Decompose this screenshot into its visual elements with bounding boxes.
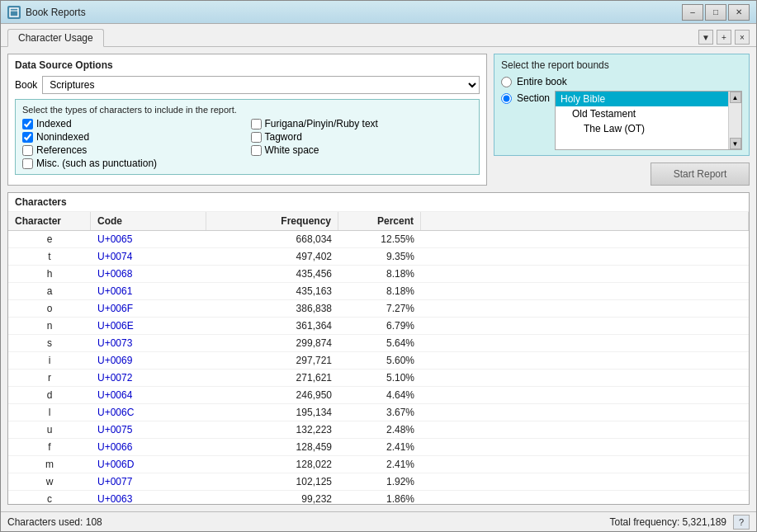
tree-item-the-law[interactable]: The Law (OT): [556, 121, 728, 136]
table-row: o U+006F 386,838 7.27%: [8, 300, 749, 318]
cell-pct: 1.86%: [338, 491, 421, 504]
characters-title: Characters: [8, 193, 749, 212]
cell-pct: 2.41%: [338, 456, 421, 473]
checkbox-indexed: Indexed: [22, 118, 244, 129]
cell-pct: 5.60%: [338, 352, 421, 369]
tab-close-button[interactable]: ×: [735, 30, 750, 45]
cell-pct: 1.92%: [338, 473, 421, 490]
cell-freq: 297,721: [206, 352, 338, 369]
cell-char: o: [8, 300, 91, 317]
cell-char: u: [8, 421, 91, 438]
cell-char: r: [8, 370, 91, 386]
entire-book-label: Entire book: [517, 76, 567, 87]
entire-book-radio[interactable]: [501, 77, 512, 87]
table-row: c U+0063 99,232 1.86%: [8, 491, 749, 504]
cell-spacer: [421, 456, 749, 473]
cell-pct: 9.35%: [338, 248, 421, 265]
misc-checkbox[interactable]: [22, 158, 33, 169]
cell-spacer: [421, 473, 749, 490]
entire-book-row: Entire book: [501, 76, 742, 87]
cell-spacer: [421, 318, 749, 334]
cell-code: U+0068: [91, 266, 206, 282]
book-select[interactable]: Scriptures: [42, 76, 480, 94]
cell-freq: 132,223: [206, 421, 338, 438]
minimize-button[interactable]: –: [682, 4, 703, 21]
cell-code: U+006C: [91, 404, 206, 421]
right-panel: Select the report bounds Entire book Sec…: [494, 54, 750, 186]
cell-pct: 7.27%: [338, 300, 421, 317]
cell-spacer: [421, 439, 749, 455]
table-body: e U+0065 668,034 12.55% t U+0074 497,402…: [8, 231, 749, 504]
cell-pct: 4.64%: [338, 387, 421, 403]
col-header-frequency: Frequency: [206, 212, 338, 230]
checkbox-misc: Misc. (such as punctuation): [22, 158, 472, 169]
cell-freq: 128,459: [206, 439, 338, 455]
tree-container: Holy Bible Old Testament The Law (OT): [555, 91, 742, 150]
tree-item-holy-bible[interactable]: Holy Bible: [556, 92, 728, 106]
cell-freq: 497,402: [206, 248, 338, 265]
cell-code: U+006F: [91, 300, 206, 317]
cell-freq: 435,163: [206, 283, 338, 299]
cell-spacer: [421, 335, 749, 351]
cell-spacer: [421, 300, 749, 317]
cell-code: U+0074: [91, 248, 206, 265]
tab-add-button[interactable]: +: [717, 30, 731, 45]
tab-dropdown-button[interactable]: ▼: [698, 30, 713, 45]
help-icon[interactable]: ?: [733, 515, 750, 530]
cell-char: m: [8, 456, 91, 473]
cell-char: n: [8, 318, 91, 334]
cell-code: U+0072: [91, 370, 206, 386]
checkbox-nonindexed: Nonindexed: [22, 131, 244, 143]
col-header-code: Code: [91, 212, 206, 230]
cell-spacer: [421, 231, 749, 247]
checkbox-references: References: [22, 144, 244, 156]
cell-spacer: [421, 352, 749, 369]
whitespace-checkbox[interactable]: [251, 145, 262, 156]
cell-spacer: [421, 387, 749, 403]
cell-code: U+0064: [91, 387, 206, 403]
table-row: t U+0074 497,402 9.35%: [8, 248, 749, 266]
section-radio[interactable]: [501, 93, 512, 104]
references-checkbox[interactable]: [22, 145, 33, 156]
scroll-up-btn[interactable]: ▲: [730, 92, 741, 103]
close-button[interactable]: ✕: [728, 4, 750, 21]
tab-bar: Character Usage ▼ + ×: [1, 24, 756, 47]
nonindexed-checkbox[interactable]: [22, 132, 33, 143]
tagword-checkbox[interactable]: [251, 132, 262, 143]
cell-char: a: [8, 283, 91, 299]
cell-pct: 12.55%: [338, 231, 421, 247]
cell-code: U+0066: [91, 439, 206, 455]
cell-spacer: [421, 248, 749, 265]
cell-char: w: [8, 473, 91, 490]
indexed-checkbox[interactable]: [22, 119, 33, 129]
cell-pct: 2.48%: [338, 421, 421, 438]
cell-code: U+0069: [91, 352, 206, 369]
maximize-button[interactable]: □: [705, 4, 726, 21]
start-report-area: Start Report: [494, 162, 750, 186]
status-bar: Characters used: 108 Total frequency: 5,…: [1, 511, 756, 531]
book-row: Book Scriptures: [15, 76, 480, 94]
checkbox-grid: Indexed Furigana/Pinyin/Ruby text Nonind…: [22, 118, 472, 169]
cell-char: h: [8, 266, 91, 282]
cell-freq: 99,232: [206, 491, 338, 504]
cell-freq: 128,022: [206, 456, 338, 473]
data-source-title: Data Source Options: [15, 59, 480, 71]
table-row: w U+0077 102,125 1.92%: [8, 473, 749, 491]
tree-item-old-testament[interactable]: Old Testament: [556, 106, 728, 121]
cell-pct: 5.10%: [338, 370, 421, 386]
cell-char: l: [8, 404, 91, 421]
characters-section: Characters Character Code Frequency Perc…: [7, 192, 750, 505]
cell-char: s: [8, 335, 91, 351]
start-report-button[interactable]: Start Report: [651, 162, 750, 186]
cell-code: U+006E: [91, 318, 206, 334]
col-header-percent: Percent: [338, 212, 421, 230]
main-window: Book Reports – □ ✕ Character Usage ▼ + ×…: [0, 0, 757, 532]
cell-freq: 668,034: [206, 231, 338, 247]
furigana-checkbox[interactable]: [251, 119, 262, 129]
tab-character-usage[interactable]: Character Usage: [7, 29, 104, 47]
cell-spacer: [421, 266, 749, 282]
scroll-down-btn[interactable]: ▼: [730, 138, 741, 149]
cell-spacer: [421, 421, 749, 438]
cell-code: U+0065: [91, 231, 206, 247]
cell-pct: 2.41%: [338, 439, 421, 455]
